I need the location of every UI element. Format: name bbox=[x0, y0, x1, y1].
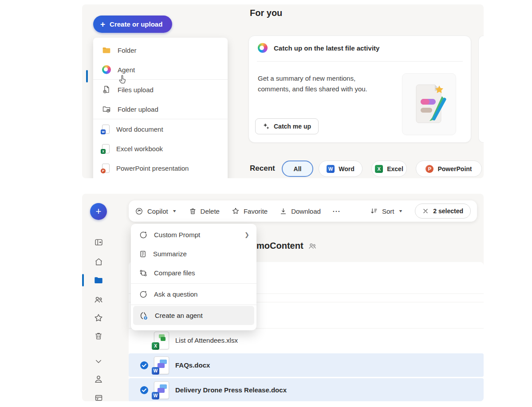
card-body-line1: Get a summary of new mentions, bbox=[258, 73, 367, 84]
copilot-menu-button[interactable]: Copilot ▼ bbox=[135, 207, 177, 215]
copilot-menu-item-compare-files[interactable]: Compare files bbox=[131, 263, 256, 282]
catch-up-card-body: Get a summary of new mentions, comments,… bbox=[258, 73, 367, 94]
favorites-star-icon[interactable] bbox=[93, 313, 104, 323]
word-file-icon: W bbox=[154, 381, 169, 399]
sort-descending-icon bbox=[370, 207, 378, 215]
chevron-down-icon[interactable] bbox=[93, 356, 104, 367]
catch-me-up-label: Catch me up bbox=[274, 123, 311, 130]
copilot-color-icon bbox=[102, 65, 111, 74]
panel-top-screenshot: + Create or upload Folder Agent Files up… bbox=[82, 4, 484, 178]
file-row-delivery-drone-press-release[interactable]: W Delivery Drone Press Release.docx bbox=[129, 378, 484, 401]
folder-title: moContent bbox=[256, 241, 317, 251]
active-nav-indicator bbox=[82, 274, 84, 286]
icon-block bbox=[161, 337, 166, 341]
selected-checkmark-icon[interactable] bbox=[140, 361, 149, 370]
copilot-menu-item-ask-a-question[interactable]: Ask a question bbox=[131, 285, 256, 304]
star-icon bbox=[232, 207, 240, 215]
chevron-down-icon: ▼ bbox=[172, 209, 177, 213]
menu-item-folder[interactable]: Folder bbox=[93, 40, 228, 60]
more-options-button[interactable]: ··· bbox=[333, 207, 341, 215]
powerpoint-badge: P bbox=[101, 168, 106, 173]
recycle-bin-icon[interactable] bbox=[93, 331, 104, 341]
chevron-down-icon: ▼ bbox=[398, 209, 403, 213]
file-name: List of Attendees.xlsx bbox=[175, 337, 238, 344]
new-item-plus-button[interactable]: + bbox=[90, 203, 107, 220]
word-icon: W bbox=[327, 165, 335, 173]
recent-label: Recent bbox=[250, 164, 275, 173]
menu-label-word: Word document bbox=[116, 125, 163, 133]
copilot-outline-icon bbox=[135, 207, 143, 215]
create-or-upload-label: Create or upload bbox=[110, 20, 162, 28]
powerpoint-presentation-icon: P bbox=[102, 164, 110, 173]
copilot-label: Copilot bbox=[147, 207, 168, 215]
sort-button[interactable]: Sort ▼ bbox=[370, 207, 403, 215]
person-icon[interactable] bbox=[93, 374, 104, 384]
home-icon[interactable] bbox=[93, 256, 104, 267]
excel-badge: X bbox=[152, 342, 159, 350]
filter-pill-powerpoint[interactable]: P PowerPoint bbox=[416, 160, 482, 177]
favorite-button[interactable]: Favorite bbox=[232, 207, 268, 215]
selected-checkmark-icon[interactable] bbox=[140, 386, 149, 395]
catch-up-card-title: Catch up on the latest file activity bbox=[274, 44, 379, 52]
excel-icon: X bbox=[375, 165, 383, 173]
menu-item-agent[interactable]: Agent bbox=[93, 60, 228, 79]
download-label: Download bbox=[291, 207, 321, 215]
excel-badge: X bbox=[101, 149, 106, 154]
create-or-upload-button[interactable]: + Create or upload bbox=[93, 16, 172, 33]
sidebar-toggle-icon[interactable] bbox=[93, 237, 104, 247]
favorite-label: Favorite bbox=[244, 207, 268, 215]
download-button[interactable]: Download bbox=[280, 207, 321, 215]
excel-file-icon: X bbox=[154, 332, 169, 349]
compare-swap-icon bbox=[139, 269, 148, 278]
filter-excel-label: Excel bbox=[387, 165, 403, 172]
copilot-menu-item-custom-prompt[interactable]: Custom Prompt ❯ bbox=[131, 225, 256, 244]
my-files-folder-icon[interactable] bbox=[93, 275, 104, 286]
powerpoint-icon: P bbox=[426, 165, 433, 173]
people-icon[interactable] bbox=[93, 294, 104, 305]
menu-label-agent: Agent bbox=[118, 66, 135, 74]
clear-selection-pill[interactable]: 2 selected bbox=[415, 204, 471, 219]
filter-pill-excel[interactable]: X Excel bbox=[371, 160, 407, 177]
create-agent-copilot-icon bbox=[139, 311, 149, 321]
next-card-edge bbox=[478, 35, 484, 143]
sort-label: Sort bbox=[382, 207, 394, 215]
chat-sparkle-icon bbox=[139, 290, 148, 299]
menu-item-word-document[interactable]: W Word document bbox=[93, 119, 228, 139]
folder-title-text: moContent bbox=[256, 241, 303, 251]
card-body-line2: comments, and files shared with you. bbox=[258, 84, 367, 94]
menu-item-files-upload[interactable]: Files upload bbox=[93, 80, 228, 99]
delete-button[interactable]: Delete bbox=[189, 207, 220, 215]
word-document-icon: W bbox=[102, 125, 110, 134]
copilot-menu-item-summarize[interactable]: Summarize bbox=[131, 244, 256, 263]
filter-pill-all[interactable]: All bbox=[282, 160, 313, 177]
filter-pill-word[interactable]: W Word bbox=[319, 160, 363, 177]
summarize-document-icon bbox=[139, 250, 147, 258]
chevron-right-icon: ❯ bbox=[244, 231, 249, 238]
plus-icon: + bbox=[96, 206, 102, 217]
trash-icon bbox=[189, 207, 197, 215]
delete-label: Delete bbox=[201, 207, 220, 215]
ellipsis-icon: ··· bbox=[333, 207, 341, 215]
filter-all-label: All bbox=[294, 165, 302, 172]
copilot-menu-item-create-an-agent[interactable]: Create an agent bbox=[133, 306, 254, 325]
word-badge: W bbox=[152, 392, 159, 399]
filter-powerpoint-label: PowerPoint bbox=[437, 165, 472, 172]
browser-window-icon[interactable] bbox=[93, 392, 104, 401]
catch-up-card: Catch up on the latest file activity Get… bbox=[248, 35, 471, 143]
menu-label-folder-upload: Folder upload bbox=[118, 106, 158, 113]
catch-up-illustration bbox=[402, 73, 456, 135]
file-row-list-of-attendees[interactable]: X List of Attendees.xlsx bbox=[129, 328, 484, 352]
menu-item-powerpoint-presentation[interactable]: P PowerPoint presentation bbox=[93, 158, 228, 178]
catch-me-up-button[interactable]: Catch me up bbox=[255, 118, 319, 134]
menu-item-folder-upload[interactable]: Folder upload bbox=[93, 99, 228, 119]
panel-bottom-screenshot: + Copilot ▼ D bbox=[82, 194, 484, 401]
plus-icon: + bbox=[100, 20, 105, 28]
compare-files-label: Compare files bbox=[154, 269, 195, 277]
create-an-agent-label: Create an agent bbox=[155, 312, 203, 319]
file-row-faqs[interactable]: W FAQs.docx bbox=[129, 353, 484, 377]
download-icon bbox=[280, 207, 287, 215]
menu-label-files-upload: Files upload bbox=[118, 86, 154, 94]
shared-people-icon bbox=[308, 242, 317, 250]
menu-item-excel-workbook[interactable]: X Excel workbook bbox=[93, 139, 228, 158]
menu-label-powerpoint: PowerPoint presentation bbox=[116, 164, 189, 172]
